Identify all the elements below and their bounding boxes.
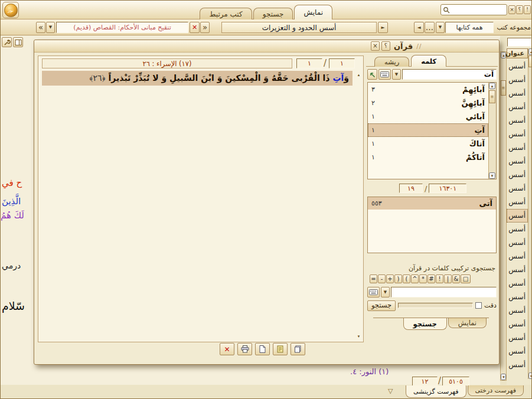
tab-scroll-button[interactable]: ▽ xyxy=(388,387,393,395)
verse-line[interactable]: وَآتِ ذَا الْقُرْبى حَقَّهُ وَ الْمِسْكي… xyxy=(42,71,353,86)
operator-button[interactable]: ( xyxy=(403,274,410,283)
scrollbar-thumb[interactable] xyxy=(528,55,532,67)
operator-button[interactable]: □ xyxy=(461,274,471,283)
export-button[interactable] xyxy=(291,343,305,355)
word-row[interactable]: آتاكَ ١ xyxy=(368,137,488,151)
related-close-button[interactable]: ✕ xyxy=(190,22,200,33)
combo-keyboard-button[interactable] xyxy=(367,287,380,297)
nav-back-button[interactable]: ◄ xyxy=(414,22,424,33)
scroll-down-button[interactable]: ▼ xyxy=(355,333,362,339)
scroll-down-button[interactable]: ▼ xyxy=(501,374,506,380)
title-list-item[interactable]: أسس xyxy=(507,155,528,168)
word-history-dropdown-button[interactable]: ▼ xyxy=(392,69,401,80)
transfer-word-button[interactable] xyxy=(367,69,377,80)
title-list-item[interactable]: أسس xyxy=(507,209,528,223)
precision-checkbox[interactable] xyxy=(475,302,482,309)
scroll-down-button[interactable]: ▼ xyxy=(528,372,532,379)
title-list-item[interactable]: أسس xyxy=(507,223,528,236)
note-button[interactable] xyxy=(273,343,288,355)
title-list-item[interactable]: أسس xyxy=(507,60,528,73)
window-info-button[interactable]: ! xyxy=(524,5,531,14)
word-row[interactable]: آتِ ١ xyxy=(368,123,488,137)
related-dropdown-button[interactable]: ▼ xyxy=(46,22,55,33)
scroll-up-button[interactable]: ▲ xyxy=(528,48,532,55)
window-help-button[interactable]: ؟ xyxy=(516,5,523,14)
operator-button[interactable]: ^ xyxy=(411,274,419,283)
scroll-up-button[interactable]: ▲ xyxy=(489,83,495,89)
window-close-button[interactable]: × xyxy=(508,5,515,14)
title-list-item[interactable]: أسس xyxy=(507,318,528,331)
combo-history-dropdown-button[interactable]: ▼ xyxy=(381,287,390,297)
copy-button[interactable] xyxy=(255,343,270,355)
operator-button[interactable]: = xyxy=(370,274,377,283)
title-list-item[interactable]: أسس xyxy=(507,250,528,263)
title-list-item[interactable]: أسس xyxy=(507,100,528,114)
word-row[interactable]: آتاكُمْ ١ xyxy=(368,151,488,164)
title-list-item[interactable]: أسس xyxy=(507,141,528,155)
layout-button[interactable] xyxy=(13,37,23,47)
title-filter-input[interactable] xyxy=(507,38,531,47)
operator-button[interactable]: ) xyxy=(394,274,402,283)
sidebar-scrollbar[interactable]: ▲ ▼ xyxy=(528,48,532,379)
main-tab[interactable]: نمایش xyxy=(294,5,332,19)
dialog-help-button[interactable]: ؟ xyxy=(381,41,390,51)
settings-button[interactable] xyxy=(2,37,12,47)
title-list-item[interactable]: أسس xyxy=(507,304,528,318)
title-list-item[interactable]: أسس xyxy=(507,127,528,141)
result-row[interactable]: آتى ٥٥٣ xyxy=(368,197,496,210)
scrollbar-thumb[interactable]: ≡ xyxy=(501,80,506,96)
title-list-item[interactable]: أسس xyxy=(507,168,528,182)
word-row[interactable]: آبائِهِنَّ ٢ xyxy=(368,96,488,110)
title-list-item[interactable]: أسس xyxy=(507,73,528,87)
title-list-item[interactable]: أسس xyxy=(507,182,528,195)
keyboard-button[interactable] xyxy=(378,69,391,80)
title-list-item[interactable]: أسس xyxy=(507,87,528,100)
main-tab[interactable]: جستجو xyxy=(253,8,293,19)
reading-pane-scrollbar[interactable]: ▲ ≡ ▼ xyxy=(500,51,507,381)
scroll-up-button[interactable]: ▲ xyxy=(355,71,362,78)
title-list-item[interactable]: أسس xyxy=(507,345,528,358)
word-search-input[interactable] xyxy=(402,69,497,80)
dialog-close-button[interactable]: × xyxy=(371,41,380,51)
nav-next-button[interactable]: » xyxy=(200,22,210,33)
history-more-button[interactable]: … xyxy=(425,22,435,33)
panel-bottom-tab[interactable]: جستجو xyxy=(403,318,447,330)
title-list-item[interactable]: أسس xyxy=(507,277,528,290)
nav-forward-button[interactable]: ► xyxy=(378,22,388,33)
word-row[interactable]: آبائي ١ xyxy=(368,110,488,123)
print-button[interactable] xyxy=(237,343,252,355)
title-list-item[interactable]: أسس xyxy=(507,358,528,372)
word-row[interactable]: آبائِهِمْ ٣ xyxy=(368,83,488,96)
search-button[interactable]: جستجو xyxy=(367,300,396,311)
collection-dropdown-button[interactable]: ▼ xyxy=(436,22,445,33)
title-list-item[interactable]: أسس xyxy=(507,331,528,345)
operator-button[interactable]: * xyxy=(419,274,427,283)
scroll-down-button[interactable]: ▼ xyxy=(489,172,495,179)
word-list-scrollbar[interactable]: ▲ ≡ ▼ xyxy=(488,83,496,179)
title-list-item[interactable]: أسس xyxy=(507,263,528,277)
index-tab[interactable]: فهرست گزینشی xyxy=(406,385,466,398)
collection-value-field[interactable]: همه کتابها xyxy=(445,22,494,33)
app-logo[interactable]: نور xyxy=(2,2,19,18)
operator-button[interactable]: & xyxy=(452,274,460,283)
combo-search-input[interactable] xyxy=(391,287,497,297)
scrollbar-thumb[interactable]: ≡ xyxy=(489,90,495,103)
main-tab[interactable]: کتب مرتبط xyxy=(200,8,252,19)
panel-tab[interactable]: کلمه xyxy=(411,55,446,67)
nav-prev-button[interactable]: « xyxy=(36,22,45,33)
noor-logo-icon: نور xyxy=(4,4,18,17)
operator-button[interactable]: ! xyxy=(436,274,443,283)
title-list-item[interactable]: أسس xyxy=(507,290,528,304)
index-tab[interactable]: فهرست درختی xyxy=(468,385,524,396)
title-column-header[interactable]: عنوان xyxy=(507,48,528,58)
operator-button[interactable]: # xyxy=(427,274,435,283)
operator-button[interactable]: + xyxy=(386,274,394,283)
panel-tab[interactable]: ریشه xyxy=(374,57,409,67)
title-list-item[interactable]: أسس xyxy=(507,236,528,250)
operator-button[interactable]: - xyxy=(378,274,386,283)
operator-button[interactable]: | xyxy=(444,274,452,283)
title-list-item[interactable]: أسس xyxy=(507,195,528,209)
title-list-item[interactable]: أسس xyxy=(507,114,528,127)
panel-bottom-tab[interactable]: نمایش xyxy=(448,318,487,328)
clear-result-button[interactable]: ✕ xyxy=(220,343,234,355)
